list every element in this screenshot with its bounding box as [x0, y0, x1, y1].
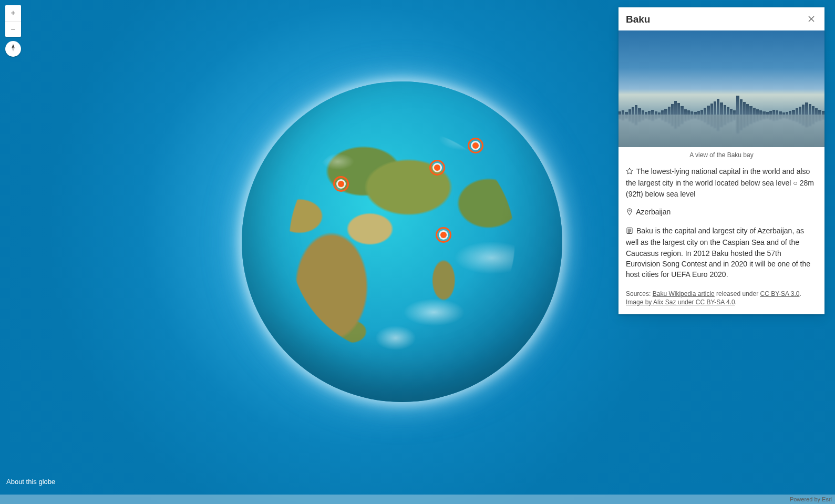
- source-link-ccbysa30[interactable]: CC BY-SA 3.0: [760, 290, 800, 297]
- attribution-bar: Powered by Esri: [0, 495, 835, 504]
- card-image: [618, 30, 824, 147]
- source-link-image[interactable]: Image by Alix Saz under CC BY-SA 4.0: [626, 299, 735, 306]
- card-highlight: The lowest-lying national capital in the…: [618, 159, 824, 199]
- marker-baku[interactable]: [333, 176, 349, 192]
- globe-shading: [242, 81, 562, 402]
- card-image-caption: A view of the Baku bay: [618, 147, 824, 159]
- svg-point-0: [629, 210, 630, 211]
- feature-info-card: Baku A view of the Baku bay The lowest-l…: [618, 7, 824, 314]
- card-title: Baku: [626, 14, 650, 25]
- svg-rect-1: [627, 228, 632, 234]
- attribution-text: Powered by Esri: [790, 496, 832, 502]
- globe[interactable]: [242, 81, 562, 402]
- card-description: Baku is the capital and largest city of …: [618, 218, 824, 280]
- card-close-button[interactable]: [806, 13, 817, 26]
- article-icon: [626, 227, 633, 237]
- marker-asia-ne[interactable]: [468, 138, 483, 153]
- zoom-out-button[interactable]: −: [5, 21, 21, 37]
- marker-south-asia[interactable]: [436, 227, 451, 243]
- marker-asia-nw[interactable]: [429, 160, 445, 176]
- zoom-in-button[interactable]: +: [5, 5, 21, 21]
- star-icon: [626, 167, 633, 178]
- compass-button[interactable]: [5, 41, 21, 57]
- zoom-widget: + −: [5, 5, 21, 37]
- close-icon: [808, 14, 815, 25]
- about-this-globe-link[interactable]: About this globe: [6, 478, 55, 486]
- compass-icon: [9, 44, 17, 54]
- source-link-wikipedia[interactable]: Baku Wikipedia article: [653, 290, 715, 297]
- card-sources: Sources: Baku Wikipedia article released…: [618, 280, 824, 313]
- card-country: Azerbaijan: [618, 199, 824, 218]
- location-pin-icon: [626, 208, 633, 218]
